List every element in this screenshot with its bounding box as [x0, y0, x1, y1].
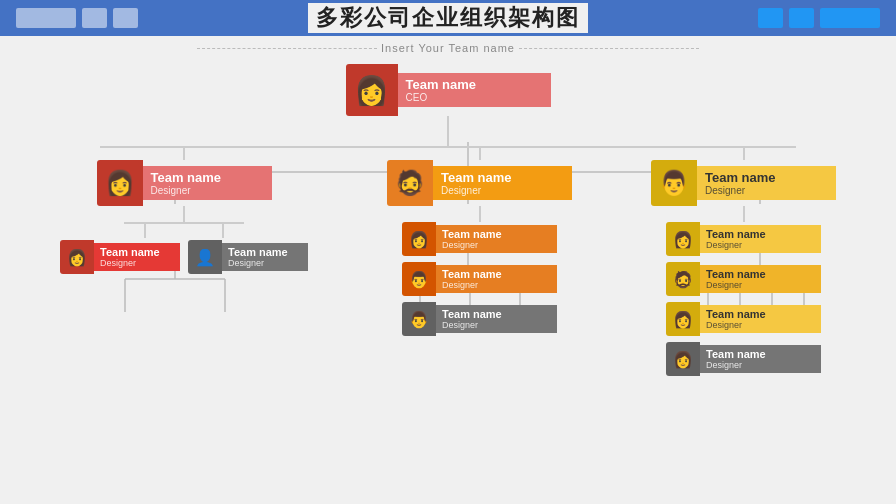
l1-card-right: 👨 Team name Designer [651, 160, 836, 206]
header-rect-2 [82, 8, 107, 28]
l2-cc2-role: Designer [442, 280, 551, 290]
subtitle-dash-right [519, 48, 699, 49]
l2-right-child-3: 👩 Team name Designer [666, 302, 821, 336]
l2-left-child-1: 👩 Team name Designer [60, 240, 180, 274]
l2-lc2-info: Team name Designer [222, 243, 308, 271]
l2-rc4-role: Designer [706, 360, 815, 370]
header-rect-4 [758, 8, 783, 28]
root-name: Team name [406, 77, 543, 92]
conn-right-mid [743, 206, 745, 222]
l2-right-children: 👩 Team name Designer 🧔 Team name Designe… [666, 222, 821, 376]
l1-left-name: Team name [151, 170, 264, 185]
root-avatar: 👩 [346, 64, 398, 116]
l1-card-center: 🧔 Team name Designer [387, 160, 572, 206]
l2-right-child-4: 👩 Team name Designer [666, 342, 821, 376]
header-decorators-right [758, 8, 880, 28]
col-right: 👨 Team name Designer 👩 Team name Designe… [651, 148, 836, 376]
l1-right-info: Team name Designer [697, 166, 836, 200]
level-1-row: 👩 Team name Designer 👩 [20, 148, 876, 376]
l2-right-child-2: 🧔 Team name Designer [666, 262, 821, 296]
l2-lc1-avatar: 👩 [60, 240, 94, 274]
l2-cc3-avatar: 👨 [402, 302, 436, 336]
l2-left-children: 👩 Team name Designer 👤 Team name Designe… [60, 240, 308, 274]
l2-cc2-avatar: 👨 [402, 262, 436, 296]
l1-right-role: Designer [705, 185, 828, 196]
l2-cc2-info: Team name Designer [436, 265, 557, 293]
l2-center-child-1: 👩 Team name Designer [402, 222, 557, 256]
l1-right-avatar: 👨 [651, 160, 697, 206]
page-title: 多彩公司企业组织架构图 [308, 3, 588, 33]
conn-left-horiz [124, 222, 244, 224]
subtitle-line: Insert Your Team name [0, 42, 896, 54]
header-rect-1 [16, 8, 76, 28]
main-content: 👩 Team name CEO 👩 [0, 54, 896, 386]
l1-left-avatar: 👩 [97, 160, 143, 206]
l2-cc3-info: Team name Designer [436, 305, 557, 333]
root-info: Team name CEO [398, 73, 551, 107]
l2-rc1-name: Team name [706, 228, 815, 240]
l2-center-child-2: 👨 Team name Designer [402, 262, 557, 296]
subtitle-dash-left [197, 48, 377, 49]
l2-lc2-name: Team name [228, 246, 302, 258]
l1-card-left: 👩 Team name Designer [97, 160, 272, 206]
l2-rc1-info: Team name Designer [700, 225, 821, 253]
l2-lc2-role: Designer [228, 258, 302, 268]
l2-rc3-avatar: 👩 [666, 302, 700, 336]
connector-root-down [447, 116, 449, 146]
l2-rc2-role: Designer [706, 280, 815, 290]
root-card: 👩 Team name CEO [346, 64, 551, 116]
l1-center-role: Designer [441, 185, 564, 196]
col-center: 🧔 Team name Designer 👩 Team name Designe… [387, 148, 572, 376]
l2-cc1-name: Team name [442, 228, 551, 240]
l1-left-role: Designer [151, 185, 264, 196]
conn-left-mid [183, 206, 185, 222]
l2-center-children: 👩 Team name Designer 👨 Team name Designe… [402, 222, 557, 336]
l2-rc3-role: Designer [706, 320, 815, 330]
l2-cc1-avatar: 👩 [402, 222, 436, 256]
l2-rc2-name: Team name [706, 268, 815, 280]
l2-left-child-2: 👤 Team name Designer [188, 240, 308, 274]
l2-cc3-name: Team name [442, 308, 551, 320]
l2-lc2-avatar: 👤 [188, 240, 222, 274]
l2-rc4-avatar: 👩 [666, 342, 700, 376]
l2-rc1-role: Designer [706, 240, 815, 250]
header-title-area: 多彩公司企业组织架构图 [16, 3, 880, 33]
l2-cc2-name: Team name [442, 268, 551, 280]
l1-center-info: Team name Designer [433, 166, 572, 200]
l2-cc3-role: Designer [442, 320, 551, 330]
l2-right-child-1: 👩 Team name Designer [666, 222, 821, 256]
header-decorators-left [16, 8, 138, 28]
l2-rc1-avatar: 👩 [666, 222, 700, 256]
l2-rc4-info: Team name Designer [700, 345, 821, 373]
subtitle-text: Insert Your Team name [381, 42, 515, 54]
level-0: 👩 Team name CEO [20, 64, 876, 116]
header-rect-5 [789, 8, 814, 28]
l2-rc2-avatar: 🧔 [666, 262, 700, 296]
l2-cc1-role: Designer [442, 240, 551, 250]
l2-lc1-role: Designer [100, 258, 174, 268]
l2-lc1-info: Team name Designer [94, 243, 180, 271]
l1-right-name: Team name [705, 170, 828, 185]
header-rect-6 [820, 8, 880, 28]
l2-rc3-name: Team name [706, 308, 815, 320]
l2-rc3-info: Team name Designer [700, 305, 821, 333]
header-bar: 多彩公司企业组织架构图 [0, 0, 896, 36]
org-chart: 👩 Team name CEO 👩 [20, 64, 876, 376]
root-role: CEO [406, 92, 543, 103]
header-rect-3 [113, 8, 138, 28]
l2-center-child-3: 👨 Team name Designer [402, 302, 557, 336]
subtitle-area: Insert Your Team name [0, 42, 896, 54]
l2-rc2-info: Team name Designer [700, 265, 821, 293]
l2-lc1-name: Team name [100, 246, 174, 258]
conn-center-top [479, 148, 481, 160]
conn-right-top [743, 148, 745, 160]
conn-center-mid [479, 206, 481, 222]
conn-left-top [183, 148, 185, 160]
l1-left-info: Team name Designer [143, 166, 272, 200]
l2-cc1-info: Team name Designer [436, 225, 557, 253]
l1-center-avatar: 🧔 [387, 160, 433, 206]
l2-rc4-name: Team name [706, 348, 815, 360]
col-left: 👩 Team name Designer 👩 [60, 148, 308, 376]
l1-center-name: Team name [441, 170, 564, 185]
